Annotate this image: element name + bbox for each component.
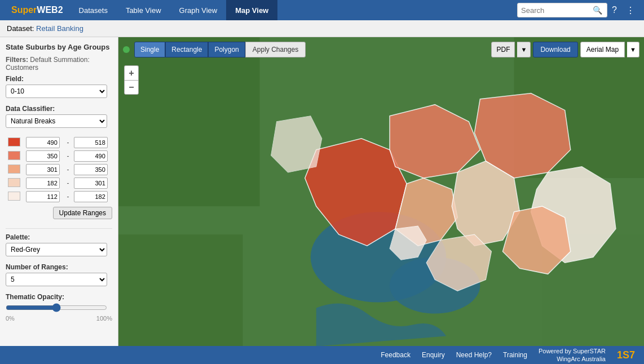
nav-map-view[interactable]: Map View — [226, 0, 277, 20]
range-color-swatch — [8, 192, 20, 201]
range-to-cell[interactable] — [72, 176, 112, 190]
num-ranges-label: Number of Ranges: — [6, 263, 112, 271]
opacity-min: 0% — [6, 315, 15, 322]
range-to-cell[interactable] — [72, 136, 112, 149]
search-input[interactable] — [521, 6, 592, 15]
palette-label: Palette: — [6, 233, 112, 241]
range-row: - — [6, 190, 112, 203]
range-to-cell[interactable] — [72, 163, 112, 176]
footer-enquiry[interactable]: Enquiry — [422, 351, 445, 359]
range-from-input[interactable] — [26, 191, 60, 202]
range-from-input[interactable] — [26, 137, 60, 148]
breadcrumb-link[interactable]: Retail Banking — [36, 24, 83, 33]
range-from-cell[interactable] — [24, 136, 64, 149]
range-from-cell[interactable] — [24, 176, 64, 190]
range-from-input[interactable] — [26, 150, 60, 162]
footer-powered-by: Powered by SuperSTAR — [539, 347, 606, 355]
range-color-cell — [6, 190, 24, 203]
opacity-slider-wrapper: 0% 100% — [6, 303, 112, 322]
zoom-out-button[interactable]: − — [124, 80, 139, 95]
apply-changes-button[interactable]: Apply Changes — [245, 42, 306, 57]
logo-web: WEB2 — [37, 5, 63, 15]
footer-need-help[interactable]: Need Help? — [456, 351, 492, 359]
range-dash: - — [64, 190, 72, 203]
svg-rect-5 — [118, 234, 242, 346]
range-color-swatch — [8, 165, 20, 174]
palette-select[interactable]: Red-Grey — [6, 243, 107, 256]
range-row: - — [6, 149, 112, 163]
range-dash: - — [64, 136, 72, 149]
help-button[interactable]: ? — [607, 0, 621, 20]
range-to-input[interactable] — [74, 137, 108, 148]
range-to-input[interactable] — [74, 177, 108, 189]
opacity-label: Thematic Opacity: — [6, 293, 112, 301]
polygon-select-button[interactable]: Polygon — [208, 42, 245, 57]
more-menu-button[interactable]: ⋮ — [621, 0, 639, 20]
ranges-table: - - - - - — [6, 136, 112, 203]
footer-brand: Powered by SuperSTAR WingArc Australia — [539, 347, 606, 363]
zoom-controls: + − — [124, 65, 139, 95]
map-background — [118, 37, 644, 346]
status-dot — [123, 46, 130, 53]
range-color-cell — [6, 163, 24, 176]
aerial-map-button[interactable]: Aerial Map — [580, 42, 625, 57]
range-row: - — [6, 176, 112, 190]
footer-wing-arc: WingArc Australia — [539, 355, 606, 363]
breadcrumb: Dataset: Retail Banking — [0, 20, 644, 37]
logo-super: Super — [11, 5, 37, 15]
range-from-cell[interactable] — [24, 163, 64, 176]
map-right-tools: PDF ▼ Download Aerial Map ▼ — [491, 42, 639, 57]
single-select-button[interactable]: Single — [134, 42, 165, 57]
update-ranges-button[interactable]: Update Ranges — [53, 207, 112, 219]
search-button[interactable]: 🔍 — [592, 6, 603, 15]
range-color-cell — [6, 176, 24, 190]
panel-title: State Suburbs by Age Groups — [6, 43, 112, 51]
rectangle-select-button[interactable]: Rectangle — [165, 42, 208, 57]
aerial-map-dropdown-button[interactable]: ▼ — [627, 42, 639, 57]
search-box: 🔍 — [517, 3, 607, 17]
data-classifier-select[interactable]: Natural Breaks — [6, 114, 107, 128]
range-color-cell — [6, 136, 24, 149]
download-button[interactable]: Download — [533, 42, 577, 57]
filters-line: Filters: Default Summation: Customers — [6, 56, 112, 72]
range-from-cell[interactable] — [24, 190, 64, 203]
range-color-cell — [6, 149, 24, 163]
breadcrumb-prefix: Dataset: — [7, 24, 34, 33]
nav-graph-view[interactable]: Graph View — [170, 0, 227, 20]
app-logo: SuperWEB2 — [5, 0, 70, 20]
left-panel: State Suburbs by Age Groups Filters: Def… — [0, 37, 118, 346]
footer-feedback[interactable]: Feedback — [381, 351, 411, 359]
range-row: - — [6, 163, 112, 176]
range-from-input[interactable] — [26, 164, 60, 175]
main-layout: State Suburbs by Age Groups Filters: Def… — [0, 37, 644, 346]
range-color-swatch — [8, 137, 20, 147]
pdf-button[interactable]: PDF — [491, 42, 515, 57]
top-nav: SuperWEB2 Datasets Table View Graph View… — [0, 0, 644, 20]
range-from-input[interactable] — [26, 177, 60, 189]
nav-datasets[interactable]: Datasets — [70, 0, 117, 20]
data-classifier-label: Data Classifier: — [6, 105, 112, 113]
range-color-swatch — [8, 151, 20, 160]
range-to-cell[interactable] — [72, 149, 112, 163]
footer: Feedback Enquiry Need Help? Training Pow… — [0, 346, 644, 364]
map-toolbar: Single Rectangle Polygon Apply Changes P… — [118, 42, 644, 57]
opacity-max: 100% — [96, 315, 112, 322]
opacity-slider[interactable] — [6, 303, 107, 312]
range-dash: - — [64, 163, 72, 176]
range-row: - — [6, 136, 112, 149]
map-area: Single Rectangle Polygon Apply Changes P… — [118, 37, 644, 346]
field-select[interactable]: 0-10 — [6, 85, 107, 98]
footer-logo: 1S7 — [617, 349, 635, 361]
range-to-cell[interactable] — [72, 190, 112, 203]
range-to-input[interactable] — [74, 164, 108, 175]
num-ranges-select[interactable]: 5 — [6, 273, 107, 286]
range-to-input[interactable] — [74, 150, 108, 162]
footer-training[interactable]: Training — [503, 351, 527, 359]
field-label: Field: — [6, 75, 112, 83]
range-from-cell[interactable] — [24, 149, 64, 163]
range-to-input[interactable] — [74, 191, 108, 202]
nav-table-view[interactable]: Table View — [117, 0, 170, 20]
zoom-in-button[interactable]: + — [124, 65, 139, 80]
range-color-swatch — [8, 178, 20, 187]
pdf-dropdown-button[interactable]: ▼ — [517, 42, 531, 57]
